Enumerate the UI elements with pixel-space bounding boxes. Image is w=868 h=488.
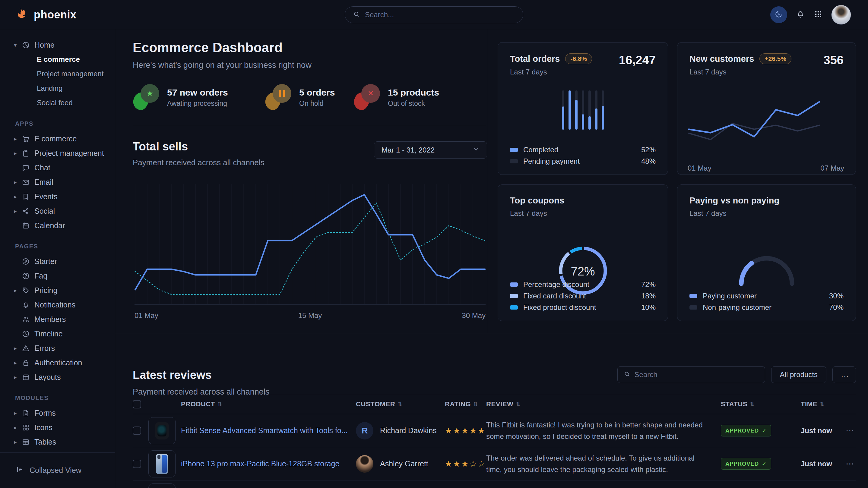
tag-icon (22, 286, 34, 294)
caret-right-icon: ▸ (14, 345, 22, 352)
legend-row: Paying customer30% (689, 292, 843, 300)
row-menu-button[interactable]: ⋯ (845, 459, 856, 469)
reviews-table-header: PRODUCT⇅CUSTOMER⇅RATING⇅REVIEW⇅STATUS⇅TI… (133, 394, 856, 414)
search-input[interactable] (365, 10, 515, 19)
new-customers-card: New customers +26.5% Last 7 days 356 01 … (677, 42, 856, 175)
caret-right-icon: ▸ (14, 179, 22, 186)
sidebar-item-calendar[interactable]: Calendar (0, 218, 115, 233)
lock-icon (22, 359, 34, 367)
customer-name[interactable]: Ashley Garrett (380, 459, 428, 468)
sidebar-subitem-e-commerce[interactable]: E commerce (0, 52, 115, 67)
total-sells-title: Total sells (133, 140, 264, 153)
status-cell: APPROVED✓ (721, 458, 801, 469)
sidebar-item-tables[interactable]: ▸Tables (0, 435, 115, 446)
top-coupons-title: Top coupons (510, 196, 656, 205)
select-all-checkbox[interactable] (133, 400, 141, 409)
column-label: TIME (801, 400, 817, 408)
row-checkbox[interactable] (133, 426, 141, 435)
date-range-value: Mar 1 - 31, 2022 (381, 146, 435, 154)
theme-toggle-button[interactable] (770, 6, 787, 23)
row-checkbox[interactable] (133, 460, 141, 468)
sidebar-item-icons[interactable]: ▸Icons (0, 420, 115, 435)
sidebar-item-label: Layouts (34, 373, 61, 382)
product-link[interactable]: iPhone 13 pro max-Pacific Blue-128GB sto… (181, 459, 339, 468)
column-header-customer[interactable]: CUSTOMER⇅ (356, 400, 445, 408)
sidebar-subitem-landing[interactable]: Landing (0, 81, 115, 96)
stat-orders-on-hold-icon (266, 84, 291, 110)
sidebar-item-label: Timeline (34, 329, 63, 338)
stat-text: 15 productsOut of stock (388, 88, 439, 108)
column-header-review[interactable]: REVIEW⇅ (486, 400, 721, 408)
sidebar-item-starter[interactable]: Starter (0, 254, 115, 268)
legend-row: Fixed card discount18% (510, 292, 656, 300)
sidebar-item-events[interactable]: ▸Events (0, 189, 115, 204)
sidebar-item-members[interactable]: Members (0, 312, 115, 326)
sidebar-item-faq[interactable]: Faq (0, 268, 115, 283)
sidebar-item-authentication[interactable]: ▸Authentication (0, 355, 115, 370)
product-link[interactable]: Fitbit Sense Advanced Smartwatch with To… (181, 426, 348, 435)
status-badge: APPROVED✓ (721, 458, 771, 469)
legend-swatch (689, 305, 697, 310)
legend-swatch (510, 305, 518, 310)
sidebar-item-pricing[interactable]: ▸Pricing (0, 283, 115, 297)
sidebar-item-email[interactable]: ▸Email (0, 175, 115, 189)
sidebar-item-layouts[interactable]: ▸Layouts (0, 370, 115, 384)
reviews-search-input[interactable] (634, 370, 759, 379)
row-menu-button[interactable]: ⋯ (845, 426, 856, 435)
legend-value: 70% (829, 303, 843, 312)
sidebar: ▾HomeE commerceProject managementLanding… (0, 29, 115, 488)
main-content: Ecommerce Dashboard Here's what's going … (115, 29, 868, 488)
sidebar-item-social[interactable]: ▸Social (0, 204, 115, 218)
bell-icon (796, 9, 805, 20)
sidebar-item-e-commerce[interactable]: ▸E commerce (0, 131, 115, 146)
sidebar-item-home[interactable]: ▾Home (0, 38, 115, 52)
collapsed-view-button[interactable]: Collapsed View (0, 466, 82, 475)
column-label: REVIEW (486, 400, 513, 408)
new-customers-line-chart: 01 May 07 May (688, 88, 844, 172)
column-header-status[interactable]: STATUS⇅ (721, 400, 801, 408)
total-orders-bar-chart (559, 90, 607, 131)
caret-right-icon: ▸ (14, 438, 22, 446)
product-thumbnail[interactable] (148, 484, 176, 488)
review-text: The order was delivered ahead of schedul… (486, 452, 721, 475)
tableic-icon (22, 438, 34, 446)
date-range-select[interactable]: Mar 1 - 31, 2022 (374, 141, 487, 159)
notifications-button[interactable] (796, 9, 805, 20)
product-thumbnail[interactable] (148, 450, 176, 478)
sidebar-subitem-social-feed[interactable]: Social feed (0, 96, 115, 110)
sidebar-item-label: Pricing (34, 286, 57, 295)
apps-menu-button[interactable] (814, 10, 823, 20)
caret-right-icon: ▸ (14, 150, 22, 157)
sidebar-item-forms[interactable]: ▸Forms (0, 406, 115, 420)
sidebar-item-project-management[interactable]: ▸Project management (0, 146, 115, 160)
reviews-more-button[interactable]: ... (832, 366, 856, 383)
global-search[interactable] (345, 6, 523, 23)
sidebar-subitem-project-management[interactable]: Project management (0, 67, 115, 81)
legend-row: Fixed product discount10% (510, 303, 656, 312)
sidebar-item-timeline[interactable]: Timeline (0, 326, 115, 341)
legend-swatch (510, 283, 518, 287)
brand-logo[interactable]: phoenix (16, 7, 76, 22)
sidebar-item-errors[interactable]: ▸Errors (0, 341, 115, 355)
column-header-time[interactable]: TIME⇅ (801, 400, 845, 408)
page-subtitle: Here's what's going on at your business … (133, 61, 312, 70)
user-avatar[interactable] (831, 5, 851, 25)
reviews-search[interactable] (617, 366, 765, 383)
column-label: PRODUCT (181, 400, 215, 408)
pause-icon (279, 90, 285, 97)
stat-text: 57 new ordersAwating processing (167, 88, 228, 108)
layout-icon (22, 373, 34, 381)
product-thumb-cell (148, 484, 181, 488)
sidebar-item-chat[interactable]: Chat (0, 160, 115, 175)
search-icon (624, 371, 630, 379)
column-header-product[interactable]: PRODUCT⇅ (181, 400, 356, 408)
clock-icon (22, 330, 34, 338)
product-thumbnail[interactable] (148, 417, 176, 444)
paying-legend: Paying customer30%Non-paying customer70% (689, 292, 843, 312)
sidebar-nav: ▾HomeE commerceProject managementLanding… (0, 38, 115, 446)
all-products-button[interactable]: All products (771, 366, 826, 383)
sidebar-item-notifications[interactable]: Notifications (0, 297, 115, 312)
column-header-rating[interactable]: RATING⇅ (445, 400, 486, 408)
customer-name[interactable]: Richard Dawkins (380, 426, 437, 435)
total-orders-legend: Completed52%Pending payment48% (510, 145, 656, 165)
